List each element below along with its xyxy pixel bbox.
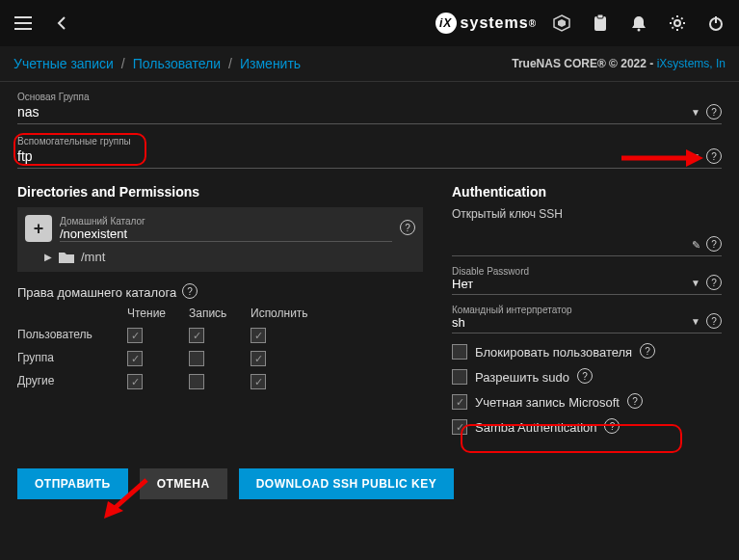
add-path-button[interactable]: + <box>25 215 52 242</box>
chevron-down-icon[interactable]: ▼ <box>691 278 700 288</box>
shell-field[interactable]: Командный интерпретатор sh ▼ ? <box>452 305 722 333</box>
folder-tree-row[interactable]: ▶ /mnt <box>25 250 415 264</box>
folder-icon <box>58 251 75 264</box>
breadcrumb-users[interactable]: Пользователи <box>133 56 221 71</box>
perm-group-exec[interactable] <box>251 351 266 366</box>
clipboard-icon[interactable] <box>587 10 614 37</box>
lock-user-checkbox[interactable] <box>452 344 467 360</box>
help-icon[interactable]: ? <box>627 393 643 409</box>
download-ssh-button[interactable]: DOWNLOAD SSH PUBLIC KEY <box>239 468 455 499</box>
topbar: iXsystems® <box>0 0 739 46</box>
chevron-down-icon[interactable]: ▼ <box>691 151 700 162</box>
help-icon[interactable]: ? <box>400 220 415 235</box>
section-title-dirs: Directories and Permissions <box>17 184 423 200</box>
aux-groups-label: Вспомогательные группы <box>17 136 685 147</box>
pencil-icon[interactable]: ✎ <box>692 239 700 252</box>
perm-group-read[interactable] <box>127 351 143 366</box>
bell-icon[interactable] <box>625 10 652 37</box>
help-icon[interactable]: ? <box>604 418 620 434</box>
cancel-button[interactable]: ОТМЕНА <box>140 468 227 499</box>
ms-account-row[interactable]: Учетная запись Microsoft ? <box>452 393 722 411</box>
svg-point-5 <box>674 20 680 26</box>
perm-user-exec[interactable] <box>251 328 266 343</box>
home-perms-label: Права домашнего каталога ? <box>17 283 423 301</box>
help-icon[interactable]: ? <box>706 236 722 252</box>
perm-other-write[interactable] <box>189 374 204 389</box>
section-title-auth: Authentication <box>452 184 722 200</box>
help-icon[interactable]: ? <box>706 104 722 120</box>
samba-checkbox[interactable] <box>452 419 467 435</box>
ixsystems-link[interactable]: iXsystems, In <box>657 57 726 70</box>
primary-group-label: Основая Группа <box>17 92 685 102</box>
breadcrumb: Учетные записи / Пользователи / Изменить <box>13 56 301 71</box>
chevron-down-icon[interactable]: ▼ <box>691 316 700 327</box>
aux-groups-field[interactable]: Вспомогательные группы ftp ▼ ? <box>17 136 722 169</box>
lock-user-row[interactable]: Блокировать пользователя ? <box>452 343 722 360</box>
help-icon[interactable]: ? <box>706 148 722 164</box>
submit-button[interactable]: ОТПРАВИТЬ <box>17 468 128 499</box>
permissions-table: Чтение Запись Исполнить Пользователь Гру… <box>17 307 423 389</box>
brand-line: TrueNAS CORE® © 2022 - iXsystems, In <box>512 57 726 70</box>
breadcrumb-accounts[interactable]: Учетные записи <box>13 56 114 71</box>
help-icon[interactable]: ? <box>640 343 655 359</box>
truecommand-icon[interactable] <box>548 10 575 37</box>
perm-other-read[interactable] <box>127 374 143 389</box>
home-directory-field[interactable]: Домашний Каталог /nonexistent <box>60 216 392 242</box>
ssh-key-field[interactable]: ✎ ? <box>452 236 722 256</box>
primary-group-value: nas <box>17 102 685 121</box>
breadcrumb-row: Учетные записи / Пользователи / Изменить… <box>0 46 739 82</box>
svg-rect-3 <box>597 14 603 18</box>
permit-sudo-row[interactable]: Разрешить sudo ? <box>452 368 722 386</box>
power-icon[interactable] <box>702 10 729 37</box>
ixsystems-logo: iXsystems® <box>435 13 537 34</box>
primary-group-field[interactable]: Основая Группа nas ▼ ? <box>17 92 722 124</box>
permit-sudo-checkbox[interactable] <box>452 369 467 385</box>
breadcrumb-edit[interactable]: Изменить <box>240 56 301 71</box>
help-icon[interactable]: ? <box>182 283 198 299</box>
perm-other-exec[interactable] <box>251 374 266 389</box>
gear-icon[interactable] <box>664 10 691 37</box>
chevron-down-icon[interactable]: ▼ <box>691 107 700 118</box>
help-icon[interactable]: ? <box>577 368 593 384</box>
perm-user-read[interactable] <box>127 328 143 343</box>
samba-row[interactable]: Samba Authentication ? <box>452 418 722 436</box>
ssh-key-label: Открытый ключ SSH <box>452 207 722 221</box>
ms-account-checkbox[interactable] <box>452 394 467 410</box>
svg-point-4 <box>638 29 641 32</box>
perm-user-write[interactable] <box>189 328 204 343</box>
footer-buttons: ОТПРАВИТЬ ОТМЕНА DOWNLOAD SSH PUBLIC KEY <box>0 453 739 515</box>
caret-right-icon[interactable]: ▶ <box>44 252 52 262</box>
aux-groups-value: ftp <box>17 147 685 166</box>
help-icon[interactable]: ? <box>706 275 722 290</box>
home-directory-box: + Домашний Каталог /nonexistent ? ▶ /mnt <box>17 207 423 272</box>
help-icon[interactable]: ? <box>706 313 722 329</box>
disable-password-field[interactable]: Disable Password Нет ▼ ? <box>452 266 722 295</box>
perm-group-write[interactable] <box>189 351 204 366</box>
menu-icon[interactable] <box>10 10 37 37</box>
back-icon[interactable] <box>48 10 75 37</box>
svg-marker-1 <box>558 19 566 27</box>
